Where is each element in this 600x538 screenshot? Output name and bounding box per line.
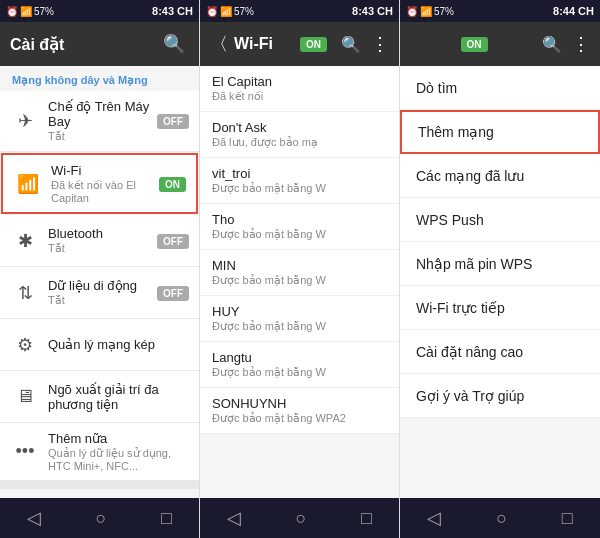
mobile-data-icon: ⇅	[10, 278, 40, 308]
mobile-data-subtitle: Tắt	[48, 294, 157, 307]
wifi-toggle[interactable]: ON	[159, 176, 186, 192]
menu-label: Nhập mã pin WPS	[416, 256, 532, 272]
section-header-personal: Cá nhân	[0, 489, 199, 498]
bottom-nav-1: ◁ ○ □	[0, 498, 199, 538]
section-gap	[0, 481, 199, 489]
wifi-panel-title: Wi-Fi	[234, 35, 294, 53]
menu-item-themmang[interactable]: Thêm mạng	[400, 110, 600, 154]
menu-label: Dò tìm	[416, 80, 457, 96]
wifi-back-arrow[interactable]: 〈	[210, 32, 228, 56]
bottom-nav-2: ◁ ○ □	[200, 498, 399, 538]
menu-label: Thêm mạng	[418, 124, 494, 140]
wifi-network-status: Đã lưu, được bảo mạ	[212, 136, 387, 149]
mobile-data-item[interactable]: ⇅ Dữ liệu di động Tắt OFF	[0, 267, 199, 319]
more-subtitle: Quản lý dữ liệu sử dụng, HTC Mini+, NFC.…	[48, 447, 189, 472]
settings-list: ✈ Chế độ Trên Máy Bay Tắt OFF 📶 Wi-Fi Đã…	[0, 91, 199, 498]
recents-button-1[interactable]: □	[145, 502, 188, 535]
wifi-network-dontask[interactable]: Don't Ask Đã lưu, được bảo mạ	[200, 112, 399, 158]
home-button-2[interactable]: ○	[280, 502, 323, 535]
signal-icon: 📶	[20, 6, 32, 17]
status-bar-3: ⏰ 📶 57% 8:44 CH	[400, 0, 600, 22]
dual-network-title: Quản lý mạng kép	[48, 337, 189, 352]
menu-item-wpspush[interactable]: WPS Push	[400, 198, 600, 242]
alarm-icon-3: ⏰	[406, 6, 418, 17]
wifi-network-min[interactable]: MIN Được bảo mật bằng W	[200, 250, 399, 296]
wifi-title: Wi-Fi	[51, 163, 159, 178]
signal-icon-3: 📶	[420, 6, 432, 17]
wifi-more-icon[interactable]: ⋮	[371, 33, 389, 55]
mobile-data-toggle[interactable]: OFF	[157, 285, 189, 301]
signal-icon-2: 📶	[220, 6, 232, 17]
more-title: Thêm nữa	[48, 431, 189, 446]
wifi-search-icon[interactable]: 🔍	[341, 35, 361, 54]
back-button-3[interactable]: ◁	[411, 501, 457, 535]
wifi-on-badge[interactable]: ON	[300, 37, 327, 52]
back-button-1[interactable]: ◁	[11, 501, 57, 535]
wifi-network-langtu[interactable]: Langtu Được bảo mật bằng W	[200, 342, 399, 388]
recents-button-3[interactable]: □	[546, 502, 589, 535]
menu-item-wifitructiep[interactable]: Wi-Fi trực tiếp	[400, 286, 600, 330]
status-icons-left: ⏰ 📶 57%	[6, 6, 54, 17]
media-output-item[interactable]: 🖥 Ngõ xuất giải trí đa phương tiện	[0, 371, 199, 423]
wifi-network-sonhuynh[interactable]: SONHUYNH Được bảo mật bằng WPA2	[200, 388, 399, 434]
wifi-network-status: Được bảo mật bằng W	[212, 182, 387, 195]
settings-panel: ⏰ 📶 57% 8:43 CH Cài đặt 🔍 Mạng không dây…	[0, 0, 200, 538]
battery-percent-3: 57%	[434, 6, 454, 17]
settings-search-icon[interactable]: 🔍	[159, 29, 189, 59]
mobile-data-title: Dữ liệu di động	[48, 278, 157, 293]
wifi-network-name: Langtu	[212, 350, 387, 365]
airplane-mode-item[interactable]: ✈ Chế độ Trên Máy Bay Tắt OFF	[0, 91, 199, 152]
wifi-network-vittroi[interactable]: vit_troi Được bảo mật bằng W	[200, 158, 399, 204]
time-display-2: 8:43 CH	[352, 5, 393, 17]
wifi-subtitle: Đã kết nối vào El Capitan	[51, 179, 159, 204]
wifi-network-elcapitan[interactable]: El Capitan Đã kết nối	[200, 66, 399, 112]
home-button-3[interactable]: ○	[480, 502, 523, 535]
more-icon: •••	[10, 437, 40, 467]
settings-title: Cài đặt	[10, 35, 159, 54]
menu-topbar: ON 🔍 ⋮	[400, 22, 600, 66]
wifi-network-name: SONHUYNH	[212, 396, 387, 411]
menu-item-caidatnangcao[interactable]: Cài đặt nâng cao	[400, 330, 600, 374]
wifi-network-status: Đã kết nối	[212, 90, 387, 103]
wifi-network-list: El Capitan Đã kết nối Don't Ask Đã lưu, …	[200, 66, 399, 498]
wifi-network-status: Được bảo mật bằng WPA2	[212, 412, 387, 425]
menu-item-cacmang[interactable]: Các mạng đã lưu	[400, 154, 600, 198]
dual-network-item[interactable]: ⚙ Quản lý mạng kép	[0, 319, 199, 371]
wifi-network-tho[interactable]: Tho Được bảo mật bằng W	[200, 204, 399, 250]
bluetooth-item[interactable]: ✱ Bluetooth Tắt OFF	[0, 215, 199, 267]
wifi-topbar: 〈 Wi-Fi ON 🔍 ⋮	[200, 22, 399, 66]
menu-label: WPS Push	[416, 212, 484, 228]
status-bar-2: ⏰ 📶 57% 8:43 CH	[200, 0, 399, 22]
wifi-network-name: MIN	[212, 258, 387, 273]
menu-item-goiytrogiup[interactable]: Gợi ý và Trợ giúp	[400, 374, 600, 418]
bottom-nav-3: ◁ ○ □	[400, 498, 600, 538]
wifi-item[interactable]: 📶 Wi-Fi Đã kết nối vào El Capitan ON	[1, 153, 198, 214]
airplane-title: Chế độ Trên Máy Bay	[48, 99, 157, 129]
dual-network-icon: ⚙	[10, 330, 40, 360]
more-item[interactable]: ••• Thêm nữa Quản lý dữ liệu sử dụng, HT…	[0, 423, 199, 481]
home-button-1[interactable]: ○	[80, 502, 123, 535]
airplane-icon: ✈	[10, 106, 40, 136]
alarm-icon-2: ⏰	[206, 6, 218, 17]
menu-more-icon[interactable]: ⋮	[572, 33, 590, 55]
menu-label: Cài đặt nâng cao	[416, 344, 523, 360]
bluetooth-subtitle: Tắt	[48, 242, 157, 255]
media-output-title: Ngõ xuất giải trí đa phương tiện	[48, 382, 189, 412]
recents-button-2[interactable]: □	[345, 502, 388, 535]
menu-search-icon[interactable]: 🔍	[542, 35, 562, 54]
battery-percent-2: 57%	[234, 6, 254, 17]
menu-item-dotim[interactable]: Dò tìm	[400, 66, 600, 110]
wifi-network-huy[interactable]: HUY Được bảo mật bằng W	[200, 296, 399, 342]
menu-label: Wi-Fi trực tiếp	[416, 300, 505, 316]
bluetooth-toggle[interactable]: OFF	[157, 233, 189, 249]
wifi-network-status: Được bảo mật bằng W	[212, 274, 387, 287]
menu-item-nhapmapin[interactable]: Nhập mã pin WPS	[400, 242, 600, 286]
back-button-2[interactable]: ◁	[211, 501, 257, 535]
wifi-network-name: HUY	[212, 304, 387, 319]
dropdown-menu-list: Dò tìm Thêm mạng Các mạng đã lưu WPS Pus…	[400, 66, 600, 498]
wifi-network-name: El Capitan	[212, 74, 387, 89]
airplane-toggle[interactable]: OFF	[157, 113, 189, 129]
menu-wifi-badge[interactable]: ON	[461, 37, 488, 52]
settings-topbar: Cài đặt 🔍	[0, 22, 199, 66]
status-icons-left-2: ⏰ 📶 57%	[206, 6, 254, 17]
